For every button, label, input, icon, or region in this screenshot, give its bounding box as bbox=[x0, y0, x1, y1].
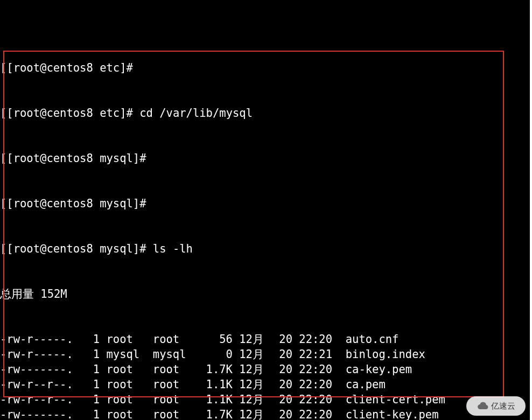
file-month: 12月 bbox=[239, 392, 272, 407]
file-name: client-key.pem bbox=[332, 407, 438, 420]
file-name: ca.pem bbox=[332, 377, 386, 392]
file-group: root bbox=[153, 377, 193, 392]
prompt-line: [[root@centos8 mysql]# bbox=[0, 196, 530, 211]
file-day: 20 bbox=[272, 407, 292, 420]
file-group: root bbox=[153, 392, 193, 407]
file-links: 1 bbox=[86, 332, 100, 347]
file-month: 12月 bbox=[239, 407, 272, 420]
prompt-line: [[root@centos8 etc]# bbox=[0, 60, 530, 75]
file-month: 12月 bbox=[239, 377, 272, 392]
file-links: 1 bbox=[86, 407, 100, 420]
file-permissions: -rw-r--r--. bbox=[0, 377, 80, 392]
total-size-line: 总用量 152M bbox=[0, 286, 530, 302]
file-listing: -rw-r-----. 1 root root 56 12月2022:20aut… bbox=[0, 332, 530, 420]
file-month: 12月 bbox=[239, 347, 272, 362]
file-row: -rw-r--r--. 1 root root 1.1K 12月2022:20c… bbox=[0, 377, 530, 392]
file-size: 1.1K bbox=[199, 377, 233, 392]
file-permissions: -rw-------. bbox=[0, 407, 80, 420]
file-time: 22:20 bbox=[292, 332, 332, 347]
file-size: 56 bbox=[199, 332, 233, 347]
file-row: -rw-r-----. 1 root root 56 12月2022:20aut… bbox=[0, 332, 530, 347]
file-name: binlog.index bbox=[332, 347, 425, 362]
file-name: ca-key.pem bbox=[332, 362, 412, 377]
file-time: 22:20 bbox=[292, 377, 332, 392]
file-time: 22:21 bbox=[292, 347, 332, 362]
file-permissions: -rw-r-----. bbox=[0, 347, 80, 362]
file-owner: root bbox=[106, 392, 146, 407]
file-month: 12月 bbox=[239, 332, 272, 347]
prompt-line: [[root@centos8 mysql]# bbox=[0, 151, 530, 166]
file-name: client-cert.pem bbox=[332, 392, 445, 407]
file-day: 20 bbox=[272, 347, 292, 362]
file-day: 20 bbox=[272, 392, 292, 407]
file-permissions: -rw-r-----. bbox=[0, 332, 80, 347]
file-row: -rw-r-----. 1 mysql mysql 0 12月2022:21bi… bbox=[0, 347, 530, 362]
file-time: 22:20 bbox=[292, 407, 332, 420]
file-size: 1.7K bbox=[199, 362, 233, 377]
file-permissions: -rw-r--r--. bbox=[0, 392, 80, 407]
file-row: -rw-------. 1 root root 1.7K 12月2022:20c… bbox=[0, 362, 530, 377]
terminal-content: [[root@centos8 etc]# [[root@centos8 etc]… bbox=[0, 30, 530, 420]
file-group: mysql bbox=[153, 347, 193, 362]
file-links: 1 bbox=[86, 392, 100, 407]
file-row: -rw-r--r--. 1 root root 1.1K 12月2022:20c… bbox=[0, 392, 530, 407]
file-size: 0 bbox=[199, 347, 233, 362]
file-owner: root bbox=[106, 377, 146, 392]
file-name: auto.cnf bbox=[332, 332, 398, 347]
file-day: 20 bbox=[272, 362, 292, 377]
file-owner: root bbox=[106, 332, 146, 347]
file-group: root bbox=[153, 407, 193, 420]
prompt-line: [[root@centos8 etc]# cd /var/lib/mysql bbox=[0, 106, 530, 121]
terminal-window[interactable]: [[root@centos8 etc]# [[root@centos8 etc]… bbox=[0, 0, 530, 420]
file-links: 1 bbox=[86, 362, 100, 377]
file-owner: mysql bbox=[106, 347, 146, 362]
file-permissions: -rw-------. bbox=[0, 362, 80, 377]
file-size: 1.7K bbox=[199, 407, 233, 420]
file-links: 1 bbox=[86, 377, 100, 392]
file-row: -rw-------. 1 root root 1.7K 12月2022:20c… bbox=[0, 407, 530, 420]
file-day: 20 bbox=[272, 332, 292, 347]
file-owner: root bbox=[106, 407, 146, 420]
file-time: 22:20 bbox=[292, 392, 332, 407]
file-size: 1.1K bbox=[199, 392, 233, 407]
file-time: 22:20 bbox=[292, 362, 332, 377]
ls-command-line: [[root@centos8 mysql]# ls -lh bbox=[0, 241, 530, 256]
file-group: root bbox=[153, 332, 193, 347]
file-links: 1 bbox=[86, 347, 100, 362]
file-day: 20 bbox=[272, 377, 292, 392]
file-group: root bbox=[153, 362, 193, 377]
file-owner: root bbox=[106, 362, 146, 377]
file-month: 12月 bbox=[239, 362, 272, 377]
